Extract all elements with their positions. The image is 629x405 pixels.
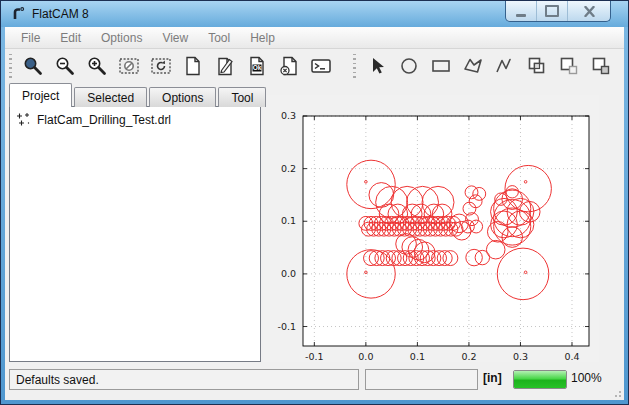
svg-text:0.3: 0.3 xyxy=(513,351,528,362)
menu-file[interactable]: File xyxy=(11,27,50,48)
client-area: File Edit Options View Tool Help xyxy=(5,27,624,400)
tab-project[interactable]: Project xyxy=(9,83,72,107)
progress-fill xyxy=(514,371,566,388)
tab-tool[interactable]: Tool xyxy=(218,87,266,107)
cursor-arrow-icon xyxy=(366,55,388,77)
polygon-subtract-button[interactable] xyxy=(555,53,582,80)
tree-item-drill-object[interactable]: FlatCam_Drilling_Test.drl xyxy=(10,107,260,127)
polygon-shape-icon xyxy=(462,55,484,77)
subtract-squares-icon xyxy=(558,55,580,77)
new-file-icon xyxy=(182,55,204,77)
svg-text:0.0: 0.0 xyxy=(358,351,373,362)
plot-canvas[interactable]: -0.10.00.10.20.30.4-0.10.00.10.20.3 xyxy=(263,95,599,366)
drill-object-icon xyxy=(16,112,31,127)
menu-view[interactable]: View xyxy=(152,27,198,48)
left-panel-tabs: Project Selected Options Tool xyxy=(9,83,268,107)
plot-figure: -0.10.00.10.20.30.4-0.10.00.10.20.3 xyxy=(263,95,599,362)
status-secondary-panel xyxy=(365,369,478,390)
svg-text:0.2: 0.2 xyxy=(461,351,476,362)
units-label: [in] xyxy=(483,371,502,385)
close-icon xyxy=(584,6,595,17)
svg-text:0.0: 0.0 xyxy=(281,268,296,279)
tab-options[interactable]: Options xyxy=(149,87,216,107)
select-tool-button[interactable] xyxy=(363,53,390,80)
replot-button[interactable] xyxy=(147,53,174,80)
edit-file-icon xyxy=(214,55,236,77)
progress-bar xyxy=(513,370,567,389)
delete-file-icon xyxy=(278,55,300,77)
open-project-button[interactable] xyxy=(211,53,238,80)
draw-rectangle-button[interactable] xyxy=(427,53,454,80)
polyline-shape-icon xyxy=(494,55,516,77)
clear-plot-button[interactable] xyxy=(115,53,142,80)
ok-file-icon: Ok xyxy=(246,55,268,77)
toolbar2-drag-handle[interactable] xyxy=(353,54,356,78)
tree-item-label: FlatCam_Drilling_Test.drl xyxy=(37,113,171,127)
window-title: FlatCAM 8 xyxy=(32,7,89,21)
project-tree: FlatCam_Drilling_Test.drl xyxy=(9,106,261,362)
maximize-button[interactable] xyxy=(537,1,568,21)
intersect-squares-icon xyxy=(590,55,612,77)
zoom-out-button[interactable] xyxy=(51,53,78,80)
shell-button[interactable] xyxy=(307,53,334,80)
svg-text:Ok: Ok xyxy=(252,64,261,71)
terminal-icon xyxy=(310,55,332,77)
zoom-fit-button[interactable] xyxy=(19,53,46,80)
delete-object-button[interactable] xyxy=(275,53,302,80)
new-project-button[interactable] xyxy=(179,53,206,80)
union-squares-icon xyxy=(526,55,548,77)
titlebar[interactable]: FlatCAM 8 xyxy=(1,1,628,27)
draw-polygon-button[interactable] xyxy=(459,53,486,80)
minimize-button[interactable] xyxy=(506,1,537,21)
circle-shape-icon xyxy=(398,55,420,77)
polygon-union-button[interactable] xyxy=(523,53,550,80)
toolbar: Ok xyxy=(5,49,624,83)
menubar: File Edit Options View Tool Help xyxy=(5,27,624,49)
svg-text:-0.1: -0.1 xyxy=(305,351,324,362)
close-button[interactable] xyxy=(568,1,610,21)
zoom-out-icon xyxy=(54,55,76,77)
maximize-icon xyxy=(545,5,559,17)
tab-selected[interactable]: Selected xyxy=(74,87,147,107)
svg-text:0.1: 0.1 xyxy=(281,215,296,226)
svg-text:-0.1: -0.1 xyxy=(277,321,296,332)
statusbar: Defaults saved. [in] 100% xyxy=(5,364,624,400)
window-controls xyxy=(505,1,611,22)
menu-help[interactable]: Help xyxy=(240,27,285,48)
minimize-icon xyxy=(516,14,526,17)
progress-percent: 100% xyxy=(571,371,602,385)
polygon-intersect-button[interactable] xyxy=(587,53,614,80)
draw-circle-button[interactable] xyxy=(395,53,422,80)
svg-text:0.4: 0.4 xyxy=(564,351,579,362)
svg-text:0.3: 0.3 xyxy=(281,110,296,121)
svg-text:0.2: 0.2 xyxy=(281,163,296,174)
menu-options[interactable]: Options xyxy=(91,27,152,48)
zoom-in-button[interactable] xyxy=(83,53,110,80)
zoom-fit-icon xyxy=(22,55,44,77)
zoom-in-icon xyxy=(86,55,108,77)
toolbar-drag-handle[interactable] xyxy=(9,54,12,78)
status-message: Defaults saved. xyxy=(16,373,99,387)
rectangle-shape-icon xyxy=(430,55,452,77)
save-defaults-button[interactable]: Ok xyxy=(243,53,270,80)
flatcam-logo-icon xyxy=(10,6,26,22)
clear-plot-icon xyxy=(118,55,140,77)
menu-edit[interactable]: Edit xyxy=(50,27,91,48)
replot-icon xyxy=(150,55,172,77)
svg-text:0.1: 0.1 xyxy=(410,351,425,362)
draw-polyline-button[interactable] xyxy=(491,53,518,80)
flatcam-window: FlatCAM 8 File Edit Options View Tool He… xyxy=(0,0,629,405)
status-message-panel: Defaults saved. xyxy=(9,369,359,390)
resize-grip[interactable] xyxy=(610,386,622,398)
menu-tool[interactable]: Tool xyxy=(198,27,240,48)
